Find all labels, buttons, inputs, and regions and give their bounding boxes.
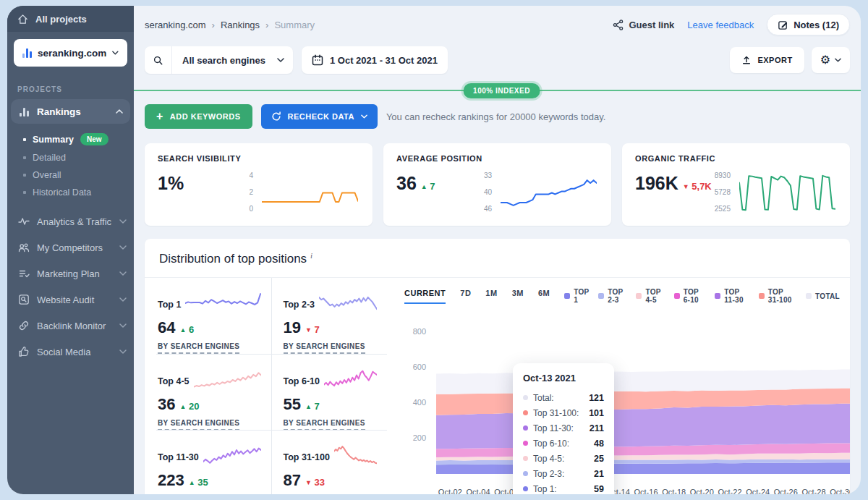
sidebar-subitem-overall[interactable]: Overall [7,166,134,184]
legend-swatch [598,293,604,299]
legend-item-top-6-10[interactable]: TOP 6-10 [674,288,706,304]
tooltip-value: 101 [589,408,604,418]
chart-x-axis: Oct-02Oct-04Oct-06Oct-08Oct-10Oct-12Oct-… [436,488,850,494]
by-search-engines-link[interactable]: BY SEARCH ENGINES [284,342,365,354]
position-card-value: 87 [284,471,301,489]
controls-row: All search engines 1 Oct 2021 - 31 Oct 2… [134,39,861,74]
by-search-engines-link[interactable]: BY SEARCH ENGINES [284,419,365,431]
chart-tabs-row: CURRENT7D1M3M6M TOP 1TOP 2-3TOP 4-5TOP 6… [404,288,850,304]
legend-label: TOP 11-30 [724,288,749,304]
sidebar-item-analytics-traffic[interactable]: Analytics & Traffic [7,208,134,234]
x-axis-tick: Oct-28 [798,488,830,494]
sidebar-subitem-historical-data[interactable]: Historical Data [7,184,134,201]
sidebar-item-marketing-plan[interactable]: Marketing Plan [7,260,134,287]
stacked-area-chart[interactable] [436,331,850,480]
projects-section-label: PROJECTS [17,85,134,93]
legend-swatch [759,293,765,299]
tooltip-value: 121 [589,393,604,403]
guest-link-button[interactable]: Guest link [613,20,674,30]
sidebar-item-social-media[interactable]: Social Media [7,339,134,365]
tooltip-value: 59 [594,484,604,494]
bullet-icon [23,156,26,159]
notes-button[interactable]: Notes (12) [767,14,850,35]
sidebar-item-rankings[interactable]: Rankings [11,99,130,124]
arrow-down-icon: ▼ [305,479,312,486]
metric-chart [498,167,598,219]
arrow-up-icon: ▲ [421,183,427,190]
bullet-icon [23,174,26,177]
settings-button[interactable]: ⚙ [812,47,850,73]
x-axis-tick: Oct-24 [742,488,774,494]
chart-tab-current[interactable]: CURRENT [404,289,446,304]
legend-item-top-4-5[interactable]: TOP 4-5 [636,288,664,304]
sidebar-item-backlink-monitor[interactable]: Backlink Monitor [7,313,134,339]
chart-tab-1m[interactable]: 1M [485,289,497,304]
chart-tab-3m[interactable]: 3M [512,289,524,304]
social-icon [18,346,30,357]
position-card-label: Top 11-30 [158,442,199,462]
backlink-icon [18,320,30,331]
chart-tab-7d[interactable]: 7D [460,289,471,304]
date-range-picker[interactable]: 1 Oct 2021 - 31 Oct 2021 [302,46,448,74]
y-axis-tick: 600 [404,363,426,371]
project-selector[interactable]: seranking.com [14,39,127,67]
export-button[interactable]: EXPORT [730,47,804,73]
sidebar-item-website-audit[interactable]: Website Audit [7,287,134,313]
legend-item-top-11-30[interactable]: TOP 11-30 [715,288,749,304]
legend-label: TOP 1 [574,288,589,304]
position-card-value: 55 [284,395,301,413]
notes-label: Notes (12) [793,20,839,30]
x-axis-tick: Oct-02 [434,488,466,494]
legend-label: TOP 6-10 [684,288,706,304]
share-icon [613,20,624,30]
tooltip-dot [523,395,528,400]
header-row: seranking.com › Rankings › Summary Guest… [134,10,861,39]
all-projects-link[interactable]: All projects [7,6,134,32]
actions-row: + ADD KEYWORDS RECHECK DATA You can rech… [134,98,861,129]
search-engines-select[interactable]: All search engines [145,46,293,74]
by-search-engines-link[interactable]: BY SEARCH ENGINES [158,419,239,431]
axis-tick-label: 2 [249,188,253,196]
chart-legend: TOP 1TOP 2-3TOP 4-5TOP 6-10TOP 11-30TOP … [564,288,840,304]
sparkline-chart [739,171,835,214]
legend-item-top-31-100[interactable]: TOP 31-100 [759,288,796,304]
chart-region: 800600400200 Oct-02Oct-04Oct-06Oct-08Oct… [404,324,850,494]
tooltip-dot [523,471,528,476]
sidebar: All projects seranking.com PROJECTS Rank… [7,6,134,494]
axis-tick-label: 33 [484,171,492,179]
chart-tabs: CURRENT7D1M3M6M [404,289,550,304]
leave-feedback-link[interactable]: Leave feedback [687,20,754,30]
chevron-down-icon [119,219,127,224]
sidebar-subitem-summary[interactable]: SummaryNew [7,130,134,149]
legend-item-total[interactable]: TOTAL [806,292,840,300]
info-icon[interactable]: i [310,251,312,260]
metric-chart [259,167,359,219]
add-keywords-button[interactable]: + ADD KEYWORDS [145,104,252,129]
position-card-label: Top 6-10 [284,366,320,386]
y-axis-tick: 800 [404,327,426,336]
axis-tick-label: 4 [249,171,253,179]
by-search-engines-link[interactable]: BY SEARCH ENGINES [158,342,239,354]
delta-up: ▲ 7 [421,181,435,192]
sidebar-subitem-detailed[interactable]: Detailed [7,149,134,166]
recheck-data-button[interactable]: RECHECK DATA [261,104,378,129]
tooltip-label: Top 2-3: [533,469,564,479]
all-projects-label: All projects [35,14,87,25]
delta-up: ▲ 7 [305,401,320,412]
breadcrumb-summary: Summary [274,20,315,30]
distribution-card: Distribution of top positionsi Top 164▲ … [145,239,850,494]
arrow-up-icon: ▲ [305,403,312,410]
chart-tab-6m[interactable]: 6M [538,289,550,304]
sidebar-item-my-competitors[interactable]: My Competitors [7,234,134,260]
x-axis-tick: Oct-18 [658,488,690,494]
legend-item-top-2-3[interactable]: TOP 2-3 [598,288,626,304]
axis-tick-label: 0 [249,205,253,213]
export-icon [741,55,752,65]
breadcrumb-project[interactable]: seranking.com [145,20,206,30]
rankings-subnav: SummaryNewDetailedOverallHistorical Data [7,130,134,201]
subitem-label: Historical Data [33,187,91,198]
position-card-top-1: Top 164▲ 6BY SEARCH ENGINES [156,278,272,354]
breadcrumb-rankings[interactable]: Rankings [221,20,260,30]
position-card-value: 19 [284,318,301,336]
legend-item-top-1[interactable]: TOP 1 [564,288,589,304]
